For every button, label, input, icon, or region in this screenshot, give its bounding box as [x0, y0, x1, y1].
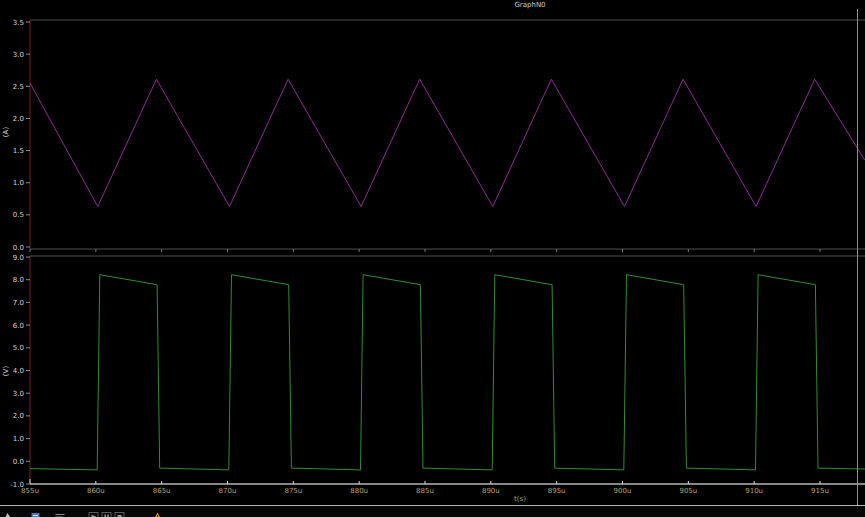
x-tick-label: 860u	[87, 487, 105, 495]
graph-window: GraphN0 3.53.02.52.01.51.00.50.0(A)855u8…	[0, 0, 865, 517]
x-tick-label: 905u	[679, 487, 697, 495]
y-axis-unit-label: (A)	[2, 127, 10, 138]
y-tick-label: 1.0	[13, 179, 24, 187]
y-tick-label: 0.5	[13, 211, 24, 219]
stop-button[interactable]	[114, 507, 125, 517]
y-tick-label: 8.0	[13, 276, 24, 284]
y-tick-label: 2.5	[13, 83, 24, 91]
y-tick-label: 4.0	[13, 367, 24, 375]
y-axis-unit-label: (V)	[2, 366, 10, 377]
y-tick-label: 3.5	[13, 19, 24, 27]
log-lines-icon[interactable]	[55, 507, 66, 517]
y-tick-label: 2.0	[13, 115, 24, 123]
y-tick-label: 1.5	[13, 147, 24, 155]
inductor-current-trace	[30, 79, 865, 206]
x-tick-label: 865u	[153, 487, 171, 495]
switch-node-voltage-trace	[30, 275, 865, 470]
x-tick-label: 900u	[614, 487, 632, 495]
waveform-graph-area[interactable]: 3.53.02.52.01.51.00.50.0(A)855u860u865u8…	[0, 0, 865, 505]
x-tick-label: 880u	[350, 487, 368, 495]
x-tick-label: 895u	[548, 487, 566, 495]
y-tick-label: -1.0	[10, 481, 24, 489]
x-tick-label: 890u	[482, 487, 500, 495]
y-tick-label: 6.0	[13, 322, 24, 330]
status-bar	[0, 505, 865, 517]
y-tick-label: 9.0	[13, 254, 24, 262]
y-tick-label: 0.0	[13, 458, 24, 466]
y-tick-label: 3.0	[13, 390, 24, 398]
play-button[interactable]	[88, 507, 99, 517]
x-tick-label: 875u	[284, 487, 302, 495]
y-tick-label: 1.0	[13, 435, 24, 443]
y-tick-label: 2.0	[13, 412, 24, 420]
x-tick-label: 910u	[745, 487, 763, 495]
x-tick-label: 915u	[811, 487, 829, 495]
y-tick-label: 3.0	[13, 51, 24, 59]
y-tick-label: 0.0	[13, 244, 24, 252]
x-tick-label: 885u	[416, 487, 434, 495]
warning-icon[interactable]	[152, 507, 163, 517]
grip-icon[interactable]	[2, 507, 13, 517]
x-axis-label: t(s)	[514, 495, 526, 503]
y-tick-label: 5.0	[13, 344, 24, 352]
pause-button[interactable]	[101, 507, 112, 517]
document-icon[interactable]	[30, 507, 41, 517]
y-tick-label: 7.0	[13, 299, 24, 307]
x-tick-label: 870u	[219, 487, 237, 495]
